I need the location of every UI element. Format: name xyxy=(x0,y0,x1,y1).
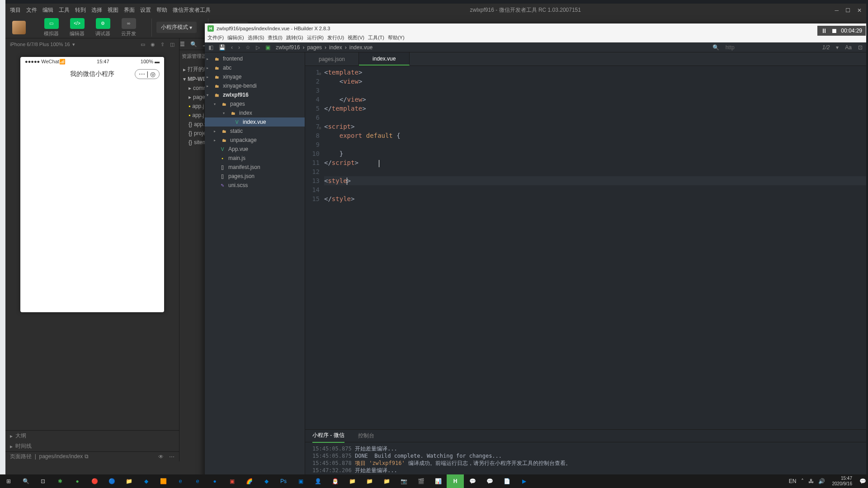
more-icon[interactable]: ⋯ xyxy=(169,454,175,460)
taskbar-clock[interactable]: 15:47 2020/9/16 xyxy=(830,476,855,487)
start-button[interactable]: ⊞ xyxy=(0,474,17,488)
taskbar-chrome[interactable]: 🔴 xyxy=(86,474,103,488)
console-tab-terminal[interactable]: 控制台 xyxy=(358,429,374,442)
taskbar-app[interactable]: ● xyxy=(69,474,86,488)
hb-menu-edit[interactable]: 编辑(E) xyxy=(227,34,244,41)
taskbar-app[interactable]: 💬 xyxy=(464,474,481,488)
mode-select[interactable]: 小程序模式 ▾ xyxy=(156,22,197,33)
editor-button[interactable]: </> xyxy=(70,18,85,29)
popout-icon[interactable]: ◫ xyxy=(170,42,175,47)
cloud-button[interactable]: ∞ xyxy=(122,18,136,29)
menu-dots-icon[interactable]: ⋯ xyxy=(139,70,145,78)
eye-icon[interactable]: 👁 xyxy=(158,454,164,460)
menu-view[interactable]: 视图 xyxy=(108,6,118,14)
tree-file[interactable]: []pages.json xyxy=(205,172,305,181)
taskbar-photoshop[interactable]: Ps xyxy=(275,474,292,488)
phone-simulator[interactable]: ●●●●● WeChat📶 15:47 100% ▬ 我的微信小程序 ⋯ | ◎ xyxy=(20,57,164,312)
tree-folder[interactable]: ▾🖿pages xyxy=(205,99,305,108)
hb-menu-run[interactable]: 运行(R) xyxy=(307,34,324,41)
match-case-icon[interactable]: Aa xyxy=(845,44,852,51)
taskbar-app[interactable]: 🌈 xyxy=(241,474,258,488)
menu-settings[interactable]: 设置 xyxy=(140,6,151,14)
terminal-icon[interactable]: ▣ xyxy=(265,44,270,51)
taskbar-vscode[interactable]: ◆ xyxy=(137,474,155,488)
menu-file[interactable]: 文件 xyxy=(26,6,37,14)
search-input[interactable]: http xyxy=(726,44,816,51)
taskbar-app[interactable]: 📊 xyxy=(429,474,447,488)
taskbar-app[interactable]: 📁 xyxy=(120,474,137,488)
tree-file[interactable]: []manifest.json xyxy=(205,163,305,172)
tree-project[interactable]: ▸🖿xinyage xyxy=(205,72,305,81)
taskbar-folder[interactable]: 📁 xyxy=(378,474,395,488)
stop-button[interactable]: ⏹ xyxy=(831,27,837,34)
tree-file[interactable]: ▪main.js xyxy=(205,154,305,163)
search-button[interactable]: 🔍 xyxy=(17,474,34,488)
share-icon[interactable]: ⇪ xyxy=(160,42,165,47)
menu-project[interactable]: 项目 xyxy=(10,6,21,14)
star-icon[interactable]: ☆ xyxy=(245,44,250,51)
ime-indicator[interactable]: EN xyxy=(789,478,797,484)
taskbar-hbuilder[interactable]: H xyxy=(447,474,464,488)
hb-menu-file[interactable]: 文件(F) xyxy=(208,34,224,41)
taskbar-edge[interactable]: e xyxy=(172,474,189,488)
taskbar-app[interactable]: 🟧 xyxy=(155,474,172,488)
record-icon[interactable]: ◉ xyxy=(151,42,155,47)
copy-icon[interactable]: ⧉ xyxy=(85,453,89,460)
hb-menu-goto[interactable]: 跳转(G) xyxy=(286,34,303,41)
target-icon[interactable]: ◎ xyxy=(150,70,156,78)
close-icon[interactable]: ✕ xyxy=(857,7,862,14)
hb-menu-find[interactable]: 查找(I) xyxy=(268,34,282,41)
minimize-icon[interactable]: ─ xyxy=(835,7,839,14)
menu-edit[interactable]: 编辑 xyxy=(42,6,53,14)
taskbar-app[interactable]: 🎅 xyxy=(326,474,344,488)
taskbar-wechat[interactable]: 💬 xyxy=(481,474,498,488)
code-editor[interactable]: 1⊟23456 7⊟89101112 131415 <template> <vi… xyxy=(305,66,866,429)
save-icon[interactable]: 💾 xyxy=(219,44,226,51)
menu-interface[interactable]: 界面 xyxy=(124,6,135,14)
network-icon[interactable]: 🖧 xyxy=(808,478,814,484)
search-icon[interactable]: 🔍 xyxy=(190,41,197,47)
taskbar-app[interactable]: ● xyxy=(206,474,223,488)
taskbar-app[interactable]: 📄 xyxy=(498,474,515,488)
hb-menu-tool[interactable]: 工具(T) xyxy=(368,34,384,41)
outline-panel[interactable]: ▸ 大纲 xyxy=(5,431,179,441)
hb-menu-publish[interactable]: 发行(U) xyxy=(327,34,344,41)
tree-project-active[interactable]: ▾🖿zwlxpf916 xyxy=(205,90,305,99)
menu-select[interactable]: 选择 xyxy=(91,6,102,14)
breadcrumb[interactable]: zwlxpf916 › pages › index › index.vue xyxy=(276,44,373,51)
user-avatar[interactable] xyxy=(12,21,26,34)
device-select[interactable]: iPhone 6/7/8 Plus 100% 16 xyxy=(10,42,70,47)
tray-up-icon[interactable]: ˄ xyxy=(801,478,804,484)
taskbar-app[interactable]: 👤 xyxy=(309,474,326,488)
menu-icon[interactable]: ☰ xyxy=(180,41,185,47)
taskbar-folder[interactable]: 📁 xyxy=(361,474,378,488)
task-view-button[interactable]: ⊡ xyxy=(34,474,52,488)
taskbar-app[interactable]: ◆ xyxy=(258,474,275,488)
tree-file-active[interactable]: Vindex.vue xyxy=(205,117,305,127)
notifications-icon[interactable]: 💬 xyxy=(859,478,866,484)
menu-wxdev[interactable]: 微信开发者工具 xyxy=(173,6,211,14)
volume-icon[interactable]: 🔊 xyxy=(818,478,825,484)
taskbar-app[interactable]: ▣ xyxy=(292,474,309,488)
play-icon[interactable]: ▷ xyxy=(256,44,260,51)
taskbar-app[interactable]: ▶ xyxy=(515,474,533,488)
forward-icon[interactable]: › xyxy=(238,44,240,51)
menu-help[interactable]: 帮助 xyxy=(156,6,167,14)
tree-folder[interactable]: ▾🖿index xyxy=(205,108,305,117)
search-icon[interactable]: 🔍 xyxy=(712,44,719,51)
back-icon[interactable]: ‹ xyxy=(231,44,233,51)
menu-tool[interactable]: 工具 xyxy=(59,6,70,14)
tab-index-vue[interactable]: index.vue xyxy=(359,52,410,66)
simulator-button[interactable]: ▭ xyxy=(44,18,59,29)
taskbar-ie[interactable]: e xyxy=(189,474,206,488)
tab-pages-json[interactable]: pages.json xyxy=(305,52,359,66)
tree-project[interactable]: ▸🖿abc xyxy=(205,63,305,72)
hb-menu-view[interactable]: 视图(V) xyxy=(348,34,364,41)
taskbar-app[interactable]: 📷 xyxy=(395,474,412,488)
hb-menu-select[interactable]: 选择(S) xyxy=(248,34,264,41)
tree-file[interactable]: VApp.vue xyxy=(205,145,305,154)
taskbar-app[interactable]: ✱ xyxy=(52,474,69,488)
tree-project[interactable]: ▸🖿xinyage-bendi xyxy=(205,81,305,90)
hb-menu-help[interactable]: 帮助(Y) xyxy=(388,34,405,41)
debugger-button[interactable]: ⚙ xyxy=(96,18,110,29)
